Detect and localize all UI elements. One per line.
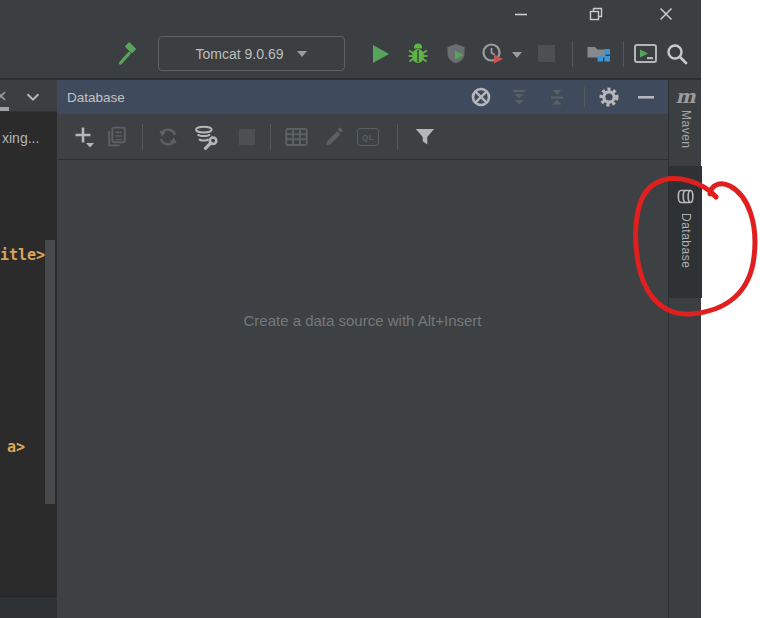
run-icon[interactable] — [369, 43, 391, 65]
toolbar-separator — [572, 41, 573, 67]
database-panel-content[interactable]: Create a data source with Alt+Insert — [57, 160, 668, 618]
run-configuration-selector[interactable]: Tomcat 9.0.69 — [158, 36, 345, 71]
toolbar-separator — [397, 124, 398, 150]
database-panel-toolbar: QL — [57, 114, 668, 160]
edit-pencil-icon[interactable] — [323, 125, 346, 148]
hide-panel-minimize-icon[interactable] — [635, 86, 657, 108]
gear-icon[interactable] — [598, 86, 620, 108]
close-window-button[interactable] — [643, 0, 689, 28]
chevron-down-icon[interactable] — [512, 52, 522, 58]
panel-title: Database — [67, 90, 125, 105]
database-panel-header: Database — [57, 80, 668, 114]
editor-bottom-strip — [0, 596, 57, 618]
chevron-down-icon[interactable] — [24, 88, 42, 106]
restore-icon — [588, 6, 604, 22]
table-icon[interactable] — [284, 125, 309, 149]
editor-tab-label: xing... — [2, 130, 39, 146]
ide-window: Tomcat 9.0.69 — [0, 0, 701, 618]
services-icon[interactable] — [585, 41, 612, 68]
search-icon[interactable] — [665, 42, 689, 66]
database-icon — [677, 188, 694, 205]
editor-tab-bar — [0, 80, 57, 112]
database-tool-window-tab[interactable]: Database — [669, 166, 702, 298]
toolbar-separator — [142, 124, 143, 150]
profiler-icon[interactable] — [481, 42, 505, 66]
code-fragment: itle> — [0, 246, 45, 264]
main-toolbar: Tomcat 9.0.69 — [0, 28, 701, 80]
database-tab-label: Database — [679, 213, 693, 268]
maven-tab-label: Maven — [679, 110, 693, 149]
refresh-icon[interactable] — [156, 125, 180, 149]
header-separator — [584, 87, 585, 107]
close-icon[interactable] — [0, 90, 7, 102]
editor-area[interactable]: xing... itle> a> — [0, 80, 57, 618]
minimize-window-button[interactable] — [498, 0, 544, 28]
maven-tool-window-tab[interactable]: m Maven — [669, 84, 702, 164]
duplicate-copy-icon[interactable] — [105, 125, 128, 148]
maven-icon: m — [675, 84, 695, 108]
minimize-icon — [514, 7, 528, 21]
restore-window-button[interactable] — [573, 0, 619, 28]
close-icon — [659, 7, 673, 21]
toolbar-separator — [623, 41, 624, 67]
empty-state-message: Create a data source with Alt+Insert — [57, 312, 668, 329]
collapse-all-icon[interactable] — [547, 88, 567, 108]
filter-icon[interactable] — [413, 125, 437, 149]
right-tool-window-strip: m Maven Database — [668, 80, 701, 618]
run-configuration-label: Tomcat 9.0.69 — [196, 46, 284, 62]
active-tab-underline — [0, 107, 9, 111]
editor-scrollbar[interactable] — [45, 240, 55, 504]
stop-icon[interactable] — [239, 129, 255, 145]
run-with-coverage-icon[interactable] — [445, 42, 469, 66]
chevron-down-icon — [297, 51, 307, 57]
jump-to-console-ql-icon[interactable]: QL — [357, 128, 379, 146]
data-source-properties-icon[interactable] — [193, 125, 219, 150]
expand-all-icon[interactable] — [509, 88, 529, 108]
database-tool-window: Database — [57, 80, 668, 618]
stop-icon[interactable] — [538, 45, 555, 62]
titlebar — [0, 0, 701, 28]
add-data-source-plus-icon[interactable] — [73, 125, 98, 150]
run-anything-icon[interactable] — [633, 42, 658, 66]
debug-bug-icon[interactable] — [406, 42, 430, 66]
toolbar-separator — [270, 124, 271, 150]
build-hammer-icon[interactable] — [116, 42, 140, 66]
code-fragment: a> — [7, 438, 25, 456]
ql-badge-label: QL — [362, 133, 374, 142]
locate-target-icon[interactable] — [470, 86, 492, 108]
